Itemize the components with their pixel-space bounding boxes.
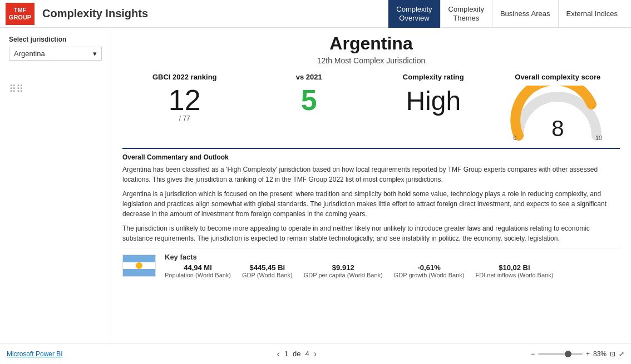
- gauge-max: 10: [595, 134, 602, 141]
- vs-label: vs 2021: [247, 73, 372, 81]
- keyfact-desc: Population (World Bank): [165, 272, 231, 278]
- flag-bot-stripe: [123, 269, 155, 276]
- tab-complexity-overview[interactable]: ComplexityOverview: [388, 0, 440, 28]
- keyfact-value: $9.912: [304, 263, 383, 272]
- keyfact-item: $9.912 GDP per capita (World Bank): [304, 263, 383, 278]
- gbci-label: GBCI 2022 ranking: [122, 73, 247, 81]
- flag-mid-stripe: [123, 262, 155, 270]
- commentary-section: Overall Commentary and Outlook Argentina…: [122, 148, 620, 248]
- pagination: ‹ 1 de 4 ›: [277, 349, 317, 359]
- logo-text: TMF: [14, 7, 27, 13]
- gauge-value: 8: [551, 116, 564, 141]
- bottom-bar: Microsoft Power BI ‹ 1 de 4 › − + 83% ⊡ …: [0, 343, 631, 364]
- keyfact-item: -0,61% GDP growth (World Bank): [394, 263, 465, 278]
- tab-business-areas[interactable]: Business Areas: [492, 0, 558, 28]
- zoom-slider[interactable]: [538, 353, 583, 355]
- argentina-flag: [122, 255, 156, 277]
- complexity-rating-label: Complexity rating: [371, 73, 496, 81]
- zoom-out-icon[interactable]: −: [531, 350, 535, 358]
- flag-sun: [136, 262, 142, 269]
- keyfact-item: 44,94 Mi Population (World Bank): [165, 263, 231, 278]
- country-subtitle: 12th Most Complex Jurisdiction: [122, 56, 620, 65]
- overall-score-label: Overall complexity score: [515, 73, 600, 81]
- next-page-button[interactable]: ›: [314, 349, 317, 359]
- keyfact-value: -0,61%: [394, 263, 465, 272]
- keyfact-desc: GDP (World Bank): [242, 272, 293, 278]
- zoom-controls: − + 83% ⊡ ⤢: [531, 350, 624, 358]
- zoom-pct: 83%: [593, 350, 607, 358]
- header: TMF GROUP Complexity Insights Complexity…: [0, 0, 631, 28]
- keyfacts-data: 44,94 Mi Population (World Bank)$445,45 …: [165, 263, 620, 278]
- stats-row: GBCI 2022 ranking 12 / 77 vs 2021 5 Comp…: [122, 73, 620, 141]
- keyfact-desc: FDI net inflows (World Bank): [476, 272, 554, 278]
- gbci-box: GBCI 2022 ranking 12 / 77: [122, 73, 247, 141]
- prev-page-button[interactable]: ‹: [277, 349, 280, 359]
- spinner-icon: ⠿⠿: [9, 83, 23, 95]
- expand-icon[interactable]: ⤢: [619, 350, 624, 358]
- logo-subtext: GROUP: [9, 14, 31, 21]
- tab-complexity-themes[interactable]: ComplexityThemes: [440, 0, 492, 28]
- page-total: 4: [305, 350, 309, 358]
- keyfacts-content: Key facts 44,94 Mi Population (World Ban…: [165, 253, 620, 278]
- logo: TMF GROUP: [6, 3, 34, 25]
- keyfact-item: $445,45 Bi GDP (World Bank): [242, 263, 293, 278]
- keyfact-value: $445,45 Bi: [242, 263, 293, 272]
- jurisdiction-label: Select jurisdiction: [9, 36, 102, 43]
- keyfact-value: $10,02 Bi: [476, 263, 554, 272]
- content-area: Argentina 12th Most Complex Jurisdiction…: [111, 28, 631, 343]
- gbci-value: 12: [122, 86, 247, 114]
- nav-tabs: ComplexityOverview ComplexityThemes Busi…: [388, 0, 625, 28]
- dropdown-chevron-icon: ▾: [93, 49, 97, 58]
- vs-box: vs 2021 5: [247, 73, 372, 141]
- page-sep: de: [293, 350, 300, 358]
- keyfact-item: $10,02 Bi FDI net inflows (World Bank): [476, 263, 554, 278]
- gauge-min: 0: [513, 134, 516, 141]
- zoom-in-icon[interactable]: +: [586, 350, 590, 358]
- keyfact-desc: GDP growth (World Bank): [394, 272, 465, 278]
- powerbi-link[interactable]: Microsoft Power BI: [7, 350, 63, 358]
- commentary-p2: Argentina is a jurisdiction which is foc…: [122, 189, 620, 219]
- fit-page-icon[interactable]: ⊡: [610, 350, 615, 358]
- keyfact-desc: GDP per capita (World Bank): [304, 272, 383, 278]
- overall-score-box: Overall complexity score 0 8 10: [496, 73, 620, 141]
- keyfacts-label: Key facts: [165, 253, 620, 261]
- main-area: Select jurisdiction Argentina ▾ ⠿⠿ Argen…: [0, 28, 631, 343]
- commentary-p1: Argentina has been classified as a 'High…: [122, 164, 620, 185]
- vs-value: 5: [247, 86, 372, 114]
- gauge-wrap: 0 8 10: [507, 86, 608, 141]
- spinner-area: ⠿⠿: [9, 83, 102, 95]
- jurisdiction-dropdown[interactable]: Argentina ▾: [9, 47, 102, 61]
- jurisdiction-value: Argentina: [14, 49, 45, 58]
- keyfact-value: 44,94 Mi: [165, 263, 231, 272]
- commentary-p3: The jurisdiction is unlikely to become m…: [122, 223, 620, 243]
- flag-top-stripe: [123, 255, 155, 262]
- page-current: 1: [284, 350, 288, 358]
- keyfacts-row: Key facts 44,94 Mi Population (World Ban…: [122, 248, 620, 278]
- complexity-rating-box: Complexity rating High: [371, 73, 496, 141]
- app-title: Complexity Insights: [42, 7, 388, 20]
- zoom-thumb: [565, 351, 571, 357]
- complexity-rating-value: High: [371, 86, 496, 116]
- sidebar: Select jurisdiction Argentina ▾ ⠿⠿: [0, 28, 111, 343]
- gbci-sub: / 77: [122, 114, 247, 122]
- tab-external-indices[interactable]: External Indices: [558, 0, 626, 28]
- commentary-title: Overall Commentary and Outlook: [122, 153, 620, 161]
- country-title: Argentina: [122, 33, 620, 54]
